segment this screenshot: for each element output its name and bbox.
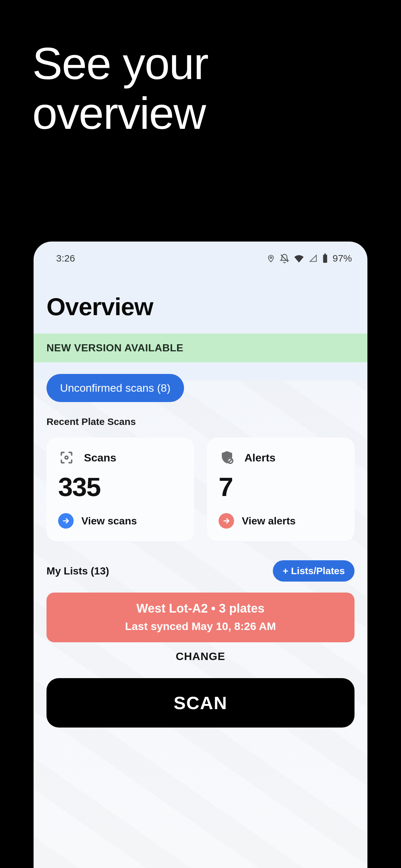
view-scans-link[interactable]: View scans bbox=[58, 513, 182, 529]
add-lists-plates-label: + Lists/Plates bbox=[282, 565, 345, 576]
change-list-label: CHANGE bbox=[176, 650, 225, 662]
location-icon bbox=[267, 253, 275, 263]
add-lists-plates-button[interactable]: + Lists/Plates bbox=[273, 560, 354, 582]
shield-alert-icon bbox=[219, 449, 235, 466]
view-alerts-label: View alerts bbox=[242, 515, 296, 527]
scan-focus-icon bbox=[58, 449, 75, 466]
alerts-card[interactable]: Alerts 7 View alerts bbox=[207, 438, 354, 541]
svg-rect-2 bbox=[323, 255, 328, 263]
promo-title-line2: overview bbox=[32, 89, 208, 138]
promo-title: See your overview bbox=[32, 39, 208, 138]
promo-title-line1: See your bbox=[32, 39, 208, 89]
arrow-right-icon bbox=[219, 513, 234, 529]
my-lists-label: My Lists (13) bbox=[47, 565, 109, 577]
wifi-icon bbox=[294, 254, 304, 262]
scans-card-value: 335 bbox=[58, 472, 182, 502]
scan-button[interactable]: SCAN bbox=[47, 678, 354, 727]
battery-icon bbox=[322, 253, 328, 263]
cellular-icon bbox=[309, 254, 318, 262]
selected-list-title: West Lot-A2 • 3 plates bbox=[53, 601, 348, 616]
view-scans-label: View scans bbox=[81, 515, 137, 527]
selected-list-sync: Last synced May 10, 8:26 AM bbox=[53, 620, 348, 632]
svg-point-0 bbox=[270, 257, 272, 258]
unconfirmed-scans-label: Unconfirmed scans (8) bbox=[60, 382, 171, 394]
scan-button-label: SCAN bbox=[174, 693, 227, 713]
change-list-button[interactable]: CHANGE bbox=[47, 650, 354, 662]
arrow-right-icon bbox=[58, 513, 73, 529]
notifications-off-icon bbox=[280, 253, 289, 263]
alerts-card-title: Alerts bbox=[244, 452, 275, 464]
recent-scans-label: Recent Plate Scans bbox=[47, 416, 354, 427]
scans-card[interactable]: Scans 335 View scans bbox=[47, 438, 194, 541]
update-banner[interactable]: NEW VERSION AVAILABLE bbox=[34, 334, 367, 362]
unconfirmed-scans-button[interactable]: Unconfirmed scans (8) bbox=[47, 374, 184, 402]
battery-percentage: 97% bbox=[333, 253, 352, 264]
alerts-card-value: 7 bbox=[219, 472, 343, 502]
update-banner-text: NEW VERSION AVAILABLE bbox=[47, 342, 183, 353]
status-bar: 3:26 97% bbox=[34, 242, 367, 268]
scans-card-title: Scans bbox=[84, 452, 116, 464]
selected-list-card[interactable]: West Lot-A2 • 3 plates Last synced May 1… bbox=[47, 593, 354, 642]
phone-screen: 3:26 97% Overview NEW VERSION AVAILABLE … bbox=[34, 242, 367, 868]
svg-rect-3 bbox=[324, 253, 326, 255]
status-time: 3:26 bbox=[56, 253, 75, 264]
svg-point-4 bbox=[65, 456, 68, 459]
page-title: Overview bbox=[34, 268, 367, 334]
status-icons: 97% bbox=[267, 253, 352, 264]
view-alerts-link[interactable]: View alerts bbox=[219, 513, 343, 529]
